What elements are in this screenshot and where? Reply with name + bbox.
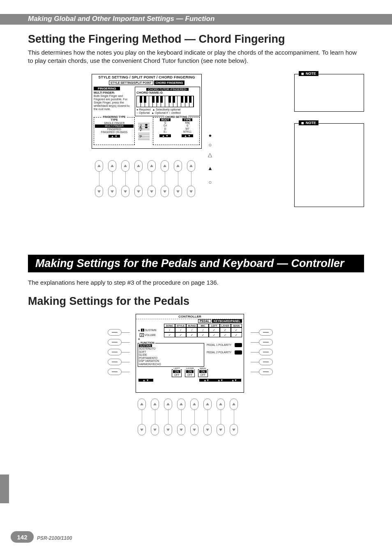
- function-box: FUNCTION SUSTAIN SOSTENUTO SOFT GLIDE PO…: [138, 343, 204, 367]
- onoff-left: LEFT ONOFF: [172, 369, 182, 377]
- lcd1-chord-tutor-panel: CHORD TUTOR ‹FINGERED› CHORD NAME:G ● Re…: [135, 87, 200, 116]
- panel-buttons-1: [94, 160, 196, 197]
- type-single: SINGLE FINGER: [95, 122, 134, 124]
- chord-name: CHORD NAME:G: [136, 91, 198, 94]
- breadcrumb: Making Global and Other Important Settin…: [28, 15, 214, 23]
- svg-point-13: [145, 127, 148, 128]
- keyboard-diagram: [136, 96, 194, 107]
- header-bar: Making Global and Other Important Settin…: [0, 14, 392, 25]
- lcd1-title: STYLE SETTING / SPLIT POINT / CHORD FING…: [92, 74, 201, 80]
- panel-buttons-2: [136, 398, 239, 435]
- polarity-column: PEDAL 1 POLARITY PEDAL 2 POLARITY: [207, 343, 242, 367]
- panel-btn-down[interactable]: [187, 186, 195, 197]
- panel-btn-up[interactable]: [187, 160, 195, 172]
- lcd1-tab-chord: CHORD FINGERING: [154, 81, 185, 85]
- lcd2-title: CONTROLLER: [136, 314, 244, 319]
- fingering-name: MULTI FINGER:: [94, 91, 133, 94]
- panel-btn-down[interactable]: [230, 424, 238, 435]
- panel-btn-down[interactable]: [203, 424, 212, 435]
- panel-btn-down[interactable]: [148, 186, 156, 197]
- onoff-main: MAIN ONOFF: [198, 369, 208, 377]
- side-button-j[interactable]: [249, 367, 273, 376]
- lcd1-tab-style: STYLE SETTING/SPLIT POINT: [109, 81, 153, 85]
- panel-btn-up[interactable]: [174, 160, 182, 172]
- note-box-2: NOTE: [294, 123, 364, 207]
- panel-btn-up[interactable]: [151, 398, 159, 410]
- fingering-type-box: FINGERING TYPE TYPE SINGLE FINGER MULTI …: [94, 117, 135, 145]
- side-button-e[interactable]: [108, 367, 131, 376]
- panel-btn-down[interactable]: [217, 424, 225, 435]
- panel-btn-down[interactable]: [95, 186, 103, 197]
- panel-btn-down[interactable]: [164, 424, 172, 435]
- chord-tutor-label: CHORD TUTOR ‹FINGERED›: [146, 88, 188, 91]
- section2-title: Making Settings for the Pedals: [28, 295, 189, 308]
- panel-btn-down[interactable]: [161, 186, 169, 197]
- page-side-tab: [0, 474, 9, 503]
- panel-btn-up[interactable]: [95, 160, 103, 172]
- type-arrows: ▲ ▼: [108, 135, 120, 138]
- note-label: NOTE: [299, 71, 318, 76]
- section2-intro: The explanations here apply to step #3 o…: [28, 279, 361, 287]
- panel-btn-up[interactable]: [108, 160, 116, 172]
- panel-btn-up[interactable]: [217, 398, 225, 410]
- side-button-b[interactable]: [108, 338, 131, 347]
- legend: ● Required ▲ Selectively optional ○ Opti…: [136, 108, 198, 115]
- type-multi: MULTI FINGER: [95, 124, 134, 127]
- lcd-controller: CONTROLLER PEDAL KEYBOARD/PANEL SONGSTYL…: [136, 314, 244, 393]
- side-button-i[interactable]: [249, 357, 273, 366]
- panel-btn-down[interactable]: [190, 424, 198, 435]
- side-button-c[interactable]: [108, 348, 131, 357]
- panel-btn-down[interactable]: [138, 424, 146, 435]
- side-button-g[interactable]: [249, 338, 273, 347]
- page-number: 142: [11, 531, 34, 543]
- panel-btn-down[interactable]: [108, 186, 116, 197]
- polarity-switch-icon: [235, 343, 242, 347]
- chord-setting-box: CHORD SETTING ROOT TYPE GMaj G♯6 DM7 E♭M…: [153, 117, 200, 145]
- onoff-layer: LAYER ONOFF: [185, 369, 195, 377]
- panel-btn-up[interactable]: [148, 160, 156, 172]
- note-box-1: NOTE: [294, 74, 364, 112]
- row-arrow-icon: ▼: [138, 338, 242, 341]
- side-button-h[interactable]: [249, 348, 273, 357]
- fingering-desc: Both Single Finger and Fingered are poss…: [94, 94, 133, 111]
- symbol-column: ● ○ △ ▲ ○: [208, 131, 213, 187]
- panel-btn-up[interactable]: [190, 398, 198, 410]
- staff-icon: 𝄞 𝄢: [136, 117, 151, 145]
- panel-btn-down[interactable]: [121, 186, 129, 197]
- lcd-chord-fingering: STYLE SETTING / SPLIT POINT / CHORD FING…: [92, 74, 202, 149]
- panel-btn-down[interactable]: [151, 424, 159, 435]
- polarity-switch-icon: [235, 350, 242, 355]
- section1-intro: This determines how the notes you play o…: [28, 48, 361, 65]
- svg-text:𝄞: 𝄞: [139, 124, 142, 131]
- type-onbass: FINGERED ON BASS: [95, 131, 134, 134]
- lcd2-tabs: PEDAL KEYBOARD/PANEL: [136, 319, 244, 323]
- panel-btn-up[interactable]: [203, 398, 212, 410]
- fingering-label: FINGERING: [94, 87, 120, 90]
- panel-btn-up[interactable]: [138, 398, 146, 410]
- lcd1-tabs: STYLE SETTING/SPLIT POINT CHORD FINGERIN…: [92, 80, 201, 86]
- section1-title: Setting the Fingering Method — Chord Fin…: [28, 33, 285, 46]
- panel-btn-up[interactable]: [230, 398, 238, 410]
- side-button-d[interactable]: [108, 357, 131, 366]
- svg-point-12: [145, 124, 148, 126]
- panel-btn-down[interactable]: [177, 424, 185, 435]
- note-label: NOTE: [299, 120, 318, 125]
- panel-btn-up[interactable]: [164, 398, 172, 410]
- panel-btn-up[interactable]: [134, 160, 143, 172]
- side-button-f[interactable]: [249, 328, 273, 337]
- lcd1-fingering-panel: FINGERING MULTI FINGER: Both Single Fing…: [92, 86, 135, 117]
- panel-btn-up[interactable]: [161, 160, 169, 172]
- panel-btn-up[interactable]: [121, 160, 129, 172]
- row-arrow-icon: ▲: [138, 329, 140, 332]
- panel-btn-down[interactable]: [174, 186, 182, 197]
- section2-black-bar: Making Settings for the Pedals and Keybo…: [28, 255, 364, 272]
- footer-model: PSR-2100/1100: [37, 535, 72, 541]
- svg-text:𝄢: 𝄢: [139, 134, 142, 140]
- side-button-a[interactable]: [108, 328, 131, 337]
- panel-btn-up[interactable]: [177, 398, 185, 410]
- panel-btn-down[interactable]: [134, 186, 143, 197]
- type-fingered: FINGERED: [95, 128, 134, 131]
